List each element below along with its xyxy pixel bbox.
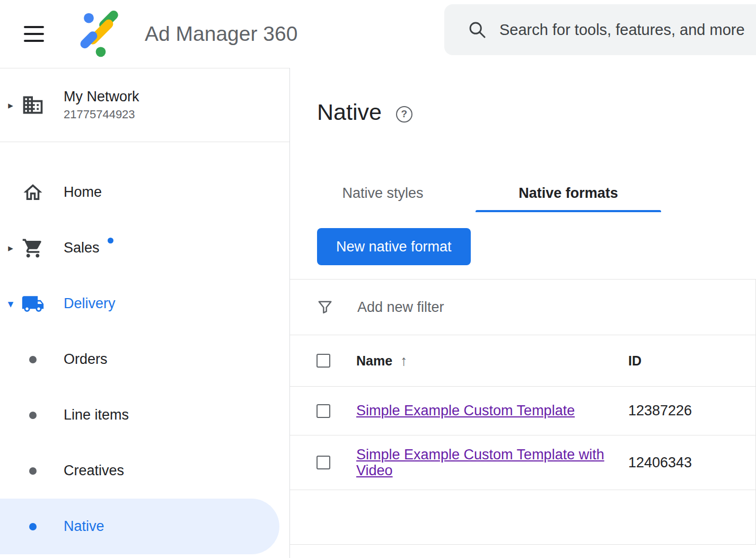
- native-format-id: 12406343: [628, 455, 755, 471]
- page-title: Native: [317, 99, 382, 125]
- add-filter-control[interactable]: Add new filter: [290, 280, 755, 335]
- bullet-icon: [29, 356, 37, 363]
- building-icon: [21, 93, 45, 117]
- sidebar-item-native[interactable]: Native: [0, 499, 279, 554]
- sidebar-item-home[interactable]: Home: [0, 164, 289, 220]
- network-id: 21775744923: [64, 108, 139, 121]
- sidebar-item-delivery[interactable]: ▾ Delivery: [0, 276, 289, 332]
- hamburger-menu-icon[interactable]: [24, 21, 44, 47]
- chevron-right-icon: ▸: [0, 242, 21, 254]
- table-row: Simple Example Custom Template with Vide…: [290, 435, 755, 490]
- new-native-format-button[interactable]: New native format: [317, 228, 471, 265]
- delivery-truck-icon: [21, 292, 45, 316]
- native-formats-table: Add new filter Name ↑ ID Simple Example …: [290, 279, 756, 545]
- row-checkbox[interactable]: [317, 456, 330, 469]
- column-header-id: ID: [628, 353, 755, 369]
- home-icon: [21, 181, 45, 204]
- sidebar-item-label: Native: [64, 518, 104, 535]
- sort-ascending-icon: ↑: [400, 353, 408, 369]
- search-input[interactable]: [499, 21, 756, 39]
- chevron-down-icon: ▾: [0, 298, 21, 310]
- bullet-icon: [29, 412, 37, 419]
- row-checkbox[interactable]: [317, 404, 330, 418]
- sidebar-item-creatives[interactable]: Creatives: [0, 443, 289, 499]
- sidebar-item-label: Line items: [64, 407, 129, 423]
- filter-funnel-icon: [317, 299, 333, 315]
- column-header-name[interactable]: Name ↑: [356, 353, 628, 369]
- global-search-bar[interactable]: [444, 4, 756, 55]
- add-filter-placeholder: Add new filter: [357, 299, 444, 316]
- tab-native-formats[interactable]: Native formats: [476, 174, 661, 212]
- app-title: Ad Manager 360: [145, 22, 297, 46]
- tab-bar: Native styles Native formats: [290, 174, 756, 212]
- sidebar-item-line-items[interactable]: Line items: [0, 387, 289, 443]
- bullet-icon: [29, 467, 37, 475]
- native-format-id: 12387226: [628, 403, 755, 419]
- chevron-right-icon: ▸: [0, 99, 21, 111]
- sidebar-item-label: Sales: [64, 240, 100, 256]
- tab-native-styles[interactable]: Native styles: [290, 174, 476, 212]
- network-name: My Network: [64, 89, 139, 105]
- sidebar-item-label: Orders: [64, 351, 108, 368]
- top-app-bar: Ad Manager 360: [0, 0, 756, 68]
- table-empty-row: [290, 490, 755, 545]
- native-format-link[interactable]: Simple Example Custom Template with Vide…: [356, 447, 608, 478]
- help-icon[interactable]: ?: [396, 106, 412, 123]
- sidebar-item-sales[interactable]: ▸ Sales: [0, 220, 289, 276]
- sidebar-item-orders[interactable]: Orders: [0, 332, 289, 387]
- notification-dot: [108, 238, 113, 243]
- sidebar-item-label: Creatives: [64, 463, 124, 479]
- table-header-row: Name ↑ ID: [290, 335, 755, 387]
- sidebar: ▸ My Network 21775744923 Home: [0, 68, 290, 558]
- native-format-link[interactable]: Simple Example Custom Template: [356, 403, 575, 419]
- sidebar-item-label: Home: [64, 184, 102, 200]
- bullet-icon: [29, 523, 37, 530]
- main-content: Native ? Native styles Native formats Ne…: [290, 68, 756, 558]
- shopping-cart-icon: [21, 237, 45, 259]
- select-all-checkbox[interactable]: [317, 354, 330, 368]
- network-selector[interactable]: ▸ My Network 21775744923: [0, 68, 289, 142]
- ad-manager-logo-icon[interactable]: [77, 10, 125, 58]
- table-row: Simple Example Custom Template 12387226: [290, 387, 755, 435]
- search-icon: [468, 20, 487, 39]
- sidebar-item-label: Delivery: [64, 295, 116, 312]
